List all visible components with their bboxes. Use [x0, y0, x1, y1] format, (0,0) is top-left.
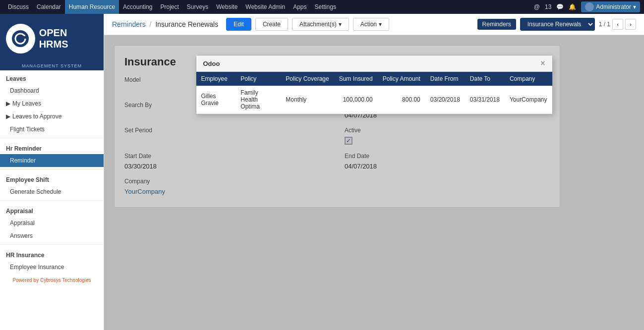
- powered-by: Powered by Cybrosys Technologies: [0, 274, 104, 287]
- cell-employee: Gilles Gravie: [196, 86, 236, 114]
- sidebar-item-my-leaves[interactable]: ▶ My Leaves: [0, 97, 104, 110]
- nav-item-surveys[interactable]: Surveys: [183, 0, 212, 14]
- at-icon: @: [534, 3, 540, 10]
- nav-item-settings[interactable]: Settings: [311, 0, 340, 14]
- chat-icon[interactable]: 💬: [556, 3, 564, 10]
- nav-item-project[interactable]: Project: [156, 0, 182, 14]
- nav-item-website-admin[interactable]: Website Admin: [241, 0, 289, 14]
- nav-item-hr[interactable]: Human Resource: [65, 0, 119, 14]
- action-label: Action: [360, 21, 377, 28]
- sidebar-item-flight-tickets[interactable]: Flight Tickets: [0, 123, 104, 136]
- nav-item-accounting[interactable]: Accounting: [119, 0, 156, 14]
- insurance-table: Employee Policy Policy Coverage Sum Insu…: [196, 72, 552, 114]
- col-employee: Employee: [196, 72, 236, 86]
- dialog-close-button[interactable]: ×: [540, 59, 545, 67]
- chevron-right-icon: ▶: [6, 100, 10, 107]
- attachments-label: Attachment(s): [299, 21, 337, 28]
- sidebar-item-dashboard[interactable]: Dashboard: [0, 84, 104, 97]
- main-content: Reminders / Insurance Renewals Edit Crea…: [104, 14, 644, 330]
- sidebar-item-label: Leaves to Approve: [12, 113, 61, 120]
- nav-right: @ 13 💬 🔔 Administrator ▾: [534, 1, 640, 12]
- attachments-button[interactable]: Attachment(s) ▾: [292, 18, 349, 31]
- dialog-body: Employee Policy Policy Coverage Sum Insu…: [196, 72, 552, 114]
- create-button[interactable]: Create: [255, 18, 288, 31]
- pagination: 1 / 1 ‹ ›: [599, 19, 636, 30]
- avatar: [585, 2, 594, 11]
- col-company: Company: [505, 72, 552, 86]
- form-area: Insurance Model Reminder before 7 Search…: [104, 35, 644, 330]
- dropdown-arrow-icon: ▾: [379, 21, 382, 28]
- divider: [0, 169, 104, 169]
- pagination-text: 1 / 1: [599, 21, 610, 28]
- nav-item-discuss[interactable]: Discuss: [4, 0, 33, 14]
- cell-policy-amount: 800.00: [378, 86, 425, 114]
- cell-sum-insured: 100,000.00: [334, 86, 378, 114]
- dropdown-arrow-icon: ▾: [633, 3, 636, 10]
- cell-date-from: 03/20/2018: [425, 86, 465, 114]
- sidebar-item-answers[interactable]: Answers: [0, 229, 104, 242]
- col-date-from: Date From: [425, 72, 465, 86]
- divider: [0, 244, 104, 245]
- sidebar-item-reminder[interactable]: Reminder: [0, 154, 104, 167]
- breadcrumb: Reminders / Insurance Renewals: [112, 20, 218, 28]
- company-link[interactable]: Cybrosys Technologies: [40, 277, 91, 283]
- sidebar-item-appraisal[interactable]: Appraisal: [0, 217, 104, 229]
- breadcrumb-parent-link[interactable]: Reminders: [112, 20, 146, 28]
- chevron-right-icon: ▶: [6, 113, 10, 120]
- top-navigation: Discuss Calendar Human Resource Accounti…: [0, 0, 644, 14]
- sidebar-item-leaves-to-approve[interactable]: ▶ Leaves to Approve: [0, 110, 104, 123]
- sidebar-item-label: My Leaves: [12, 100, 41, 107]
- admin-menu[interactable]: Administrator ▾: [581, 1, 640, 12]
- cell-policy: Family Health Optima: [235, 86, 281, 114]
- next-page-button[interactable]: ›: [625, 19, 636, 30]
- table-header-row: Employee Policy Policy Coverage Sum Insu…: [196, 72, 552, 86]
- cell-company: YourCompany: [505, 86, 552, 114]
- reminders-label: Reminders: [477, 19, 516, 30]
- col-coverage: Policy Coverage: [281, 72, 334, 86]
- dropdown-arrow-icon: ▾: [339, 21, 342, 28]
- breadcrumb-current: Insurance Renewals: [155, 20, 218, 28]
- logo-sub: MANAGEMENT SYSTEM: [0, 63, 104, 70]
- dialog-overlay: Odoo × Employee Policy Policy Coverage S…: [104, 35, 644, 330]
- nav-item-apps[interactable]: Apps: [289, 0, 310, 14]
- col-date-to: Date To: [465, 72, 505, 86]
- sidebar: OPEN HRMS MANAGEMENT SYSTEM Leaves Dashb…: [0, 14, 104, 330]
- action-button[interactable]: Action ▾: [353, 18, 389, 31]
- col-policy-amount: Policy Amount: [378, 72, 425, 86]
- dialog-title: Odoo: [203, 60, 220, 67]
- logo-circle: [6, 24, 35, 54]
- prev-page-button[interactable]: ‹: [612, 19, 623, 30]
- col-sum-insured: Sum Insured: [334, 72, 378, 86]
- divider: [0, 138, 104, 138]
- logo-area: OPEN HRMS: [0, 14, 104, 63]
- nav-item-calendar[interactable]: Calendar: [33, 0, 65, 14]
- table-row[interactable]: Gilles Gravie Family Health Optima Month…: [196, 86, 552, 114]
- logo-text: OPEN HRMS: [39, 27, 98, 50]
- notification-count[interactable]: 13: [545, 3, 551, 10]
- admin-label: Administrator: [596, 3, 631, 10]
- reminder-select[interactable]: Insurance Renewals: [520, 18, 595, 31]
- svg-rect-3: [24, 35, 25, 36]
- toolbar: Reminders / Insurance Renewals Edit Crea…: [104, 14, 644, 35]
- dialog-header: Odoo ×: [196, 55, 552, 72]
- col-policy: Policy: [235, 72, 281, 86]
- cell-date-to: 03/31/2018: [465, 86, 505, 114]
- section-employee-shift: Employee Shift: [0, 171, 104, 185]
- section-appraisal: Appraisal: [0, 203, 104, 217]
- breadcrumb-separator: /: [150, 20, 152, 28]
- bell-icon[interactable]: 🔔: [569, 3, 576, 10]
- sidebar-item-employee-insurance[interactable]: Employee Insurance: [0, 261, 104, 274]
- dialog: Odoo × Employee Policy Policy Coverage S…: [196, 55, 553, 114]
- edit-button[interactable]: Edit: [226, 18, 251, 31]
- section-leaves: Leaves: [0, 70, 104, 84]
- section-hr-reminder: Hr Reminder: [0, 140, 104, 154]
- section-hr-insurance: HR Insurance: [0, 247, 104, 261]
- sidebar-item-generate-schedule[interactable]: Generate Schedule: [0, 185, 104, 198]
- divider: [0, 200, 104, 201]
- toolbar-right: Reminders Insurance Renewals 1 / 1 ‹ ›: [477, 18, 636, 31]
- cell-coverage: Monthly: [281, 86, 334, 114]
- nav-item-website[interactable]: Website: [212, 0, 241, 14]
